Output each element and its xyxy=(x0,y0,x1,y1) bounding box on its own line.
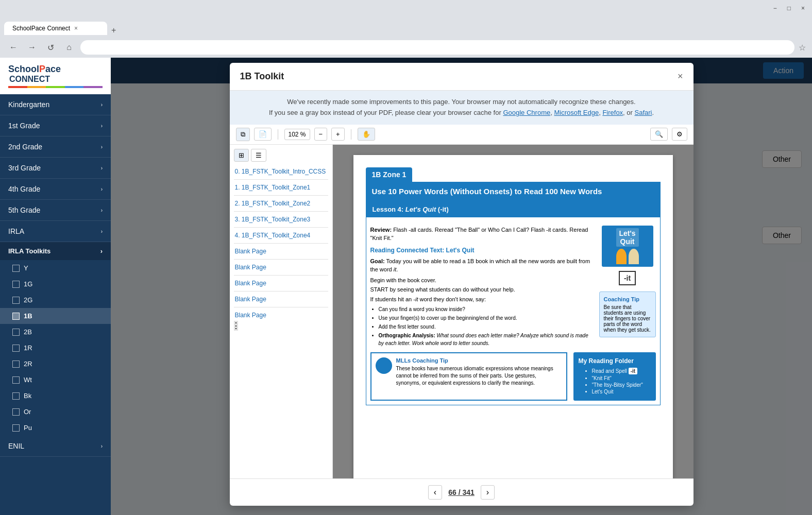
next-page-button[interactable]: › xyxy=(481,485,495,500)
toc-item-9[interactable]: Blank Page xyxy=(234,310,328,321)
toc-item-1[interactable]: 1. 1B_FSTK_Toolkit_Zone1 xyxy=(234,182,328,193)
pdf-pagination: ‹ 66 / 341 › xyxy=(230,478,693,506)
current-page: 66 xyxy=(448,488,456,496)
prev-page-button[interactable]: ‹ xyxy=(428,485,442,500)
chevron-icon: › xyxy=(101,186,103,192)
sidebar-item-4th-grade[interactable]: 4th Grade › xyxy=(0,179,111,200)
rf-item-1: Read and Spell -it xyxy=(592,368,651,374)
toc-item-4[interactable]: 4. 1B_FSTK_Toolkit_Zone4 xyxy=(234,230,328,241)
page-indicator: 66 / 341 xyxy=(448,488,475,496)
instruction-1: Begin with the book cover. xyxy=(370,276,593,285)
title-bar: − □ × xyxy=(0,0,812,16)
toc-item-0[interactable]: 0. 1B_FSTK_Toolkit_Intro_CCSS xyxy=(234,166,328,177)
lesson-content-box: Lesson 4: Let's Quit (-it) Review: Flash… xyxy=(366,201,661,406)
doc-icon xyxy=(12,265,20,272)
review-label: Review: xyxy=(370,227,392,233)
doc-icon xyxy=(12,392,20,400)
browser-tab[interactable]: SchoolPace Connect × xyxy=(4,22,107,35)
sidebar-item-2nd-grade[interactable]: 2nd Grade › xyxy=(0,136,111,158)
toc-item-6[interactable]: Blank Page xyxy=(234,262,328,273)
notice-link-chrome[interactable]: Google Chrome xyxy=(503,109,550,116)
bookmark-icon[interactable]: ☆ xyxy=(799,43,806,53)
book-characters xyxy=(616,249,639,264)
notice-link-safari[interactable]: Safari xyxy=(635,109,652,116)
chevron-icon: › xyxy=(101,102,103,108)
settings-button[interactable]: ⚙ xyxy=(672,128,687,141)
book-title: Let'sQuit xyxy=(616,228,639,247)
sidebar-item-irla[interactable]: IRLA › xyxy=(0,221,111,242)
toc-item-2[interactable]: 2. 1B_FSTK_Toolkit_Zone2 xyxy=(234,198,328,209)
refresh-button[interactable]: ↺ xyxy=(43,40,58,55)
pdf-left-panel: ⊞ ☰ 0. 1B_FSTK_Toolkit_Intro_CCSS 1. 1B_… xyxy=(230,145,333,478)
sidebar-item-1G[interactable]: 1G xyxy=(0,276,111,292)
toc-item-7[interactable]: Blank Page xyxy=(234,278,328,289)
mll-content: MLLs Coaching Tip These books have numer… xyxy=(396,357,562,387)
bullet-1: Can you find a word you know inside? xyxy=(379,305,593,313)
orthographic-label: Orthographic Analysis: xyxy=(379,333,435,338)
toggle-sidebar-button[interactable]: ⧉ xyxy=(236,128,250,141)
back-button[interactable]: ← xyxy=(6,40,21,55)
zoom-out-button[interactable]: − xyxy=(314,128,328,141)
sidebar-item-kindergarten[interactable]: Kindergarten › xyxy=(0,94,111,115)
toc-item-3[interactable]: 3. 1B_FSTK_Toolkit_Zone3 xyxy=(234,214,328,225)
list-view-button[interactable]: ☰ xyxy=(251,149,266,162)
coaching-tip: Coaching Tip Be sure that students are u… xyxy=(599,291,656,337)
tab-title: SchoolPace Connect xyxy=(12,25,70,32)
sidebar-item-2G[interactable]: 2G xyxy=(0,292,111,308)
window-controls[interactable]: − □ × xyxy=(770,4,808,13)
instruction-2: START by seeing what students can do wit… xyxy=(370,285,593,294)
instruction-3: If students hit an -it word they don't k… xyxy=(370,295,593,304)
sidebar-item-5th-grade[interactable]: 5th Grade › xyxy=(0,200,111,221)
notice-link-edge[interactable]: Microsoft Edge xyxy=(554,109,599,116)
mll-text: These books have numerous idiomatic expr… xyxy=(396,365,562,387)
zoom-in-button[interactable]: + xyxy=(331,128,345,141)
minimize-button[interactable]: − xyxy=(770,4,780,13)
toc-divider-4 xyxy=(234,227,328,228)
home-button[interactable]: ⌂ xyxy=(62,40,76,55)
book-cover-content: Let'sQuit xyxy=(616,228,639,264)
bullet-4: Orthographic Analysis: What sound does e… xyxy=(379,332,593,347)
sidebar-item-Pu[interactable]: Pu xyxy=(0,420,111,436)
sidebar-item-Y[interactable]: Y xyxy=(0,260,111,276)
total-pages: 341 xyxy=(462,488,474,496)
modal-close-button[interactable]: × xyxy=(678,71,683,82)
irla-toolkits-section[interactable]: IRLA Toolkits › xyxy=(0,242,111,260)
modal-body: ⊞ ☰ 0. 1B_FSTK_Toolkit_Intro_CCSS 1. 1B_… xyxy=(230,145,693,478)
url-input[interactable] xyxy=(80,40,794,55)
sidebar-item-1B[interactable]: 1B xyxy=(0,308,111,324)
coaching-tip-title: Coaching Tip xyxy=(604,296,651,302)
notice-line2: If you see a gray box instead of your PD… xyxy=(240,108,683,118)
sidebar-item-Or[interactable]: Or xyxy=(0,404,111,420)
toc-divider-9 xyxy=(234,307,328,307)
file-button[interactable]: 📄 xyxy=(254,128,272,141)
sidebar-item-2B[interactable]: 2B xyxy=(0,324,111,340)
sidebar-item-1R[interactable]: 1R xyxy=(0,340,111,356)
thumbnail-view-button[interactable]: ⊞ xyxy=(234,149,249,162)
panel-resize-handle[interactable]: ⋮ xyxy=(234,321,238,331)
rf-item-3: "The Itsy-Bitsy Spider" xyxy=(592,382,651,388)
doc-icon xyxy=(12,281,20,288)
sidebar-item-2R[interactable]: 2R xyxy=(0,356,111,372)
reading-folder-title: My Reading Folder xyxy=(579,357,651,365)
close-window-button[interactable]: × xyxy=(798,4,808,13)
toc-item-8[interactable]: Blank Page xyxy=(234,294,328,305)
chevron-icon: › xyxy=(101,229,103,234)
search-button[interactable]: 🔍 xyxy=(650,128,668,141)
modal-notice: We've recently made some improvements to… xyxy=(230,91,693,125)
sidebar-item-3rd-grade[interactable]: 3rd Grade › xyxy=(0,158,111,179)
notice-link-firefox[interactable]: Firefox xyxy=(602,109,623,116)
sidebar-item-enil[interactable]: ENIL › xyxy=(0,436,111,457)
toc-item-5[interactable]: Blank Page xyxy=(234,246,328,257)
sidebar: SchoolPace CONNECT Kindergarten › 1st Gr… xyxy=(0,58,111,515)
sidebar-item-1st-grade[interactable]: 1st Grade › xyxy=(0,115,111,136)
it-badge: -it xyxy=(619,271,636,285)
forward-button[interactable]: → xyxy=(25,40,39,55)
sidebar-item-Bk[interactable]: Bk xyxy=(0,388,111,404)
new-tab-button[interactable]: + xyxy=(109,26,118,35)
zone-label: 1B Zone 1 xyxy=(366,167,413,182)
hand-tool-button[interactable]: ✋ xyxy=(358,128,375,141)
sidebar-item-Wt[interactable]: Wt xyxy=(0,372,111,388)
restore-button[interactable]: □ xyxy=(784,4,794,13)
chevron-icon: › xyxy=(101,123,103,129)
tab-close-button[interactable]: × xyxy=(74,25,78,32)
